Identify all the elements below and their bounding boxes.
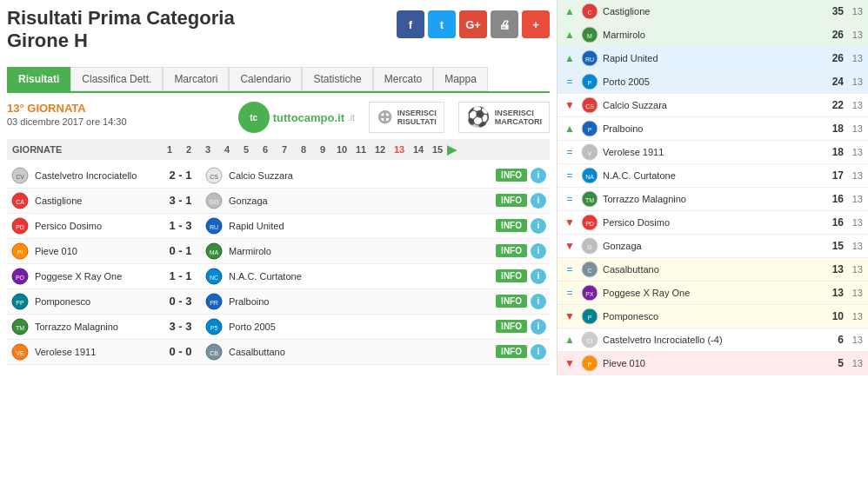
team-points: 18 (821, 146, 844, 158)
round-3[interactable]: 3 (198, 144, 217, 155)
info-btn-6[interactable]: INFO (496, 295, 527, 308)
detail-icon-6[interactable]: i (531, 294, 546, 309)
team-name[interactable]: Persico Dosimo (603, 217, 821, 228)
team-logo: V (580, 143, 599, 162)
team-name[interactable]: N.A.C. Curtatone (603, 170, 821, 181)
standings-panel: ▲ C Castiglione 35 13 ▲ M Marmirolo 26 1… (557, 0, 868, 375)
home-team-2: Castiglione (35, 196, 157, 206)
team-name[interactable]: Porto 2005 (603, 76, 821, 87)
team-name[interactable]: Gonzaga (603, 241, 821, 251)
round-11[interactable]: 11 (351, 144, 371, 155)
info-btn-2[interactable]: INFO (496, 194, 527, 207)
rounds-next-arrow[interactable]: ▶ (447, 143, 457, 156)
team-games: 13 (844, 76, 863, 87)
svg-text:TM: TM (585, 197, 594, 203)
detail-icon-1[interactable]: i (531, 168, 546, 183)
trend-indicator: ▼ (563, 216, 577, 229)
score-6: 0 - 3 (157, 295, 204, 308)
team-games: 13 (844, 53, 863, 63)
detail-icon-2[interactable]: i (531, 193, 546, 209)
round-10[interactable]: 10 (332, 144, 351, 155)
giornate-label: GIORNATE (12, 144, 160, 155)
info-btn-3[interactable]: INFO (496, 219, 527, 232)
team-games: 13 (844, 241, 863, 251)
standings-row: ▼ P Pieve 010 5 13 (558, 352, 868, 375)
team-games: 13 (844, 170, 863, 181)
team-name[interactable]: Pralboino (603, 123, 821, 134)
team-name[interactable]: Marmirolo (603, 30, 821, 40)
detail-icon-7[interactable]: i (531, 319, 546, 335)
round-8[interactable]: 8 (294, 144, 313, 155)
detail-icon-5[interactable]: i (531, 269, 546, 284)
info-btn-7[interactable]: INFO (496, 320, 527, 333)
round-13[interactable]: 13 (390, 144, 409, 155)
detail-icon-4[interactable]: i (531, 243, 546, 259)
team-name[interactable]: Torrazzo Malagnino (603, 194, 821, 204)
table-row: CV Castelvetro Incrociatello 2 - 1 CS Ca… (7, 163, 550, 189)
round-2[interactable]: 2 (179, 144, 198, 155)
team-name[interactable]: Pomponesco (603, 311, 821, 322)
score-7: 3 - 3 (157, 320, 204, 333)
team-logo: P (580, 72, 599, 91)
round-5[interactable]: 5 (237, 144, 256, 155)
facebook-btn[interactable]: f (397, 10, 424, 38)
round-1[interactable]: 1 (160, 144, 179, 155)
team-name[interactable]: Castelvetro Incrociatello (-4) (603, 335, 821, 345)
detail-icon-3[interactable]: i (531, 218, 546, 234)
round-6[interactable]: 6 (256, 144, 275, 155)
tab-calendario[interactable]: Calendario (229, 67, 302, 91)
svg-text:MA: MA (210, 249, 219, 255)
info-btn-1[interactable]: INFO (496, 169, 527, 182)
team-logo: CS (580, 96, 599, 115)
team-name[interactable]: Pieve 010 (603, 358, 821, 368)
round-7[interactable]: 7 (275, 144, 294, 155)
insert-scorers-btn[interactable]: ⚽ INSERISCI MARCATORI (458, 102, 550, 133)
info-btn-8[interactable]: INFO (496, 345, 527, 358)
round-12[interactable]: 12 (371, 144, 390, 155)
info-btn-5[interactable]: INFO (496, 269, 527, 282)
googleplus-btn[interactable]: G+ (459, 10, 487, 38)
team-name[interactable]: Calcio Suzzara (603, 100, 821, 110)
standings-row: ▲ P Pralboino 18 13 (558, 117, 868, 141)
twitter-btn[interactable]: t (428, 10, 456, 38)
svg-text:CV: CV (16, 174, 24, 180)
trend-indicator: ▼ (563, 240, 577, 252)
round-9[interactable]: 9 (313, 144, 332, 155)
svg-text:PD: PD (16, 224, 24, 230)
svg-text:NC: NC (210, 275, 218, 281)
tab-classifica[interactable]: Classifica Dett. (70, 67, 163, 91)
plus-btn[interactable]: + (522, 10, 550, 38)
trend-indicator: ▼ (563, 310, 577, 322)
team-points: 16 (821, 193, 844, 205)
team-logo: RU (580, 49, 599, 68)
standings-row: = P Porto 2005 24 13 (558, 70, 868, 94)
team-games: 13 (844, 194, 863, 204)
team-points: 17 (821, 169, 844, 182)
team-logo: CI (580, 330, 599, 349)
round-15[interactable]: 15 (428, 144, 447, 155)
team-games: 13 (844, 147, 863, 157)
away-team-5: N.A.C. Curtatone (229, 271, 342, 282)
round-14[interactable]: 14 (409, 144, 428, 155)
team-name[interactable]: Castiglione (603, 6, 821, 17)
team-name[interactable]: Rapid United (603, 53, 821, 63)
insert-results-btn[interactable]: ⊕ INSERISCI RISULTATI (369, 102, 444, 133)
tab-mercato[interactable]: Mercato (373, 67, 433, 91)
standings-row: ▲ RU Rapid United 26 13 (558, 47, 868, 70)
team-logo: P (580, 354, 599, 373)
detail-icon-8[interactable]: i (531, 344, 546, 360)
tab-marcatori[interactable]: Marcatori (163, 67, 229, 91)
round-label: 13° GIORNATA (7, 102, 127, 115)
info-btn-4[interactable]: INFO (496, 244, 527, 257)
team-name[interactable]: Poggese X Ray One (603, 288, 821, 298)
trend-indicator: = (563, 169, 577, 182)
team-name[interactable]: Verolese 1911 (603, 147, 821, 157)
round-4[interactable]: 4 (217, 144, 237, 155)
tab-mappa[interactable]: Mappa (433, 67, 488, 91)
svg-text:CA: CA (16, 199, 24, 205)
svg-text:C: C (587, 10, 591, 16)
print-btn[interactable]: 🖨 (491, 10, 518, 38)
team-name[interactable]: Casalbuttano (603, 264, 821, 275)
tab-statistiche[interactable]: Statistiche (302, 67, 372, 91)
tab-risultati[interactable]: Risultati (7, 67, 70, 91)
